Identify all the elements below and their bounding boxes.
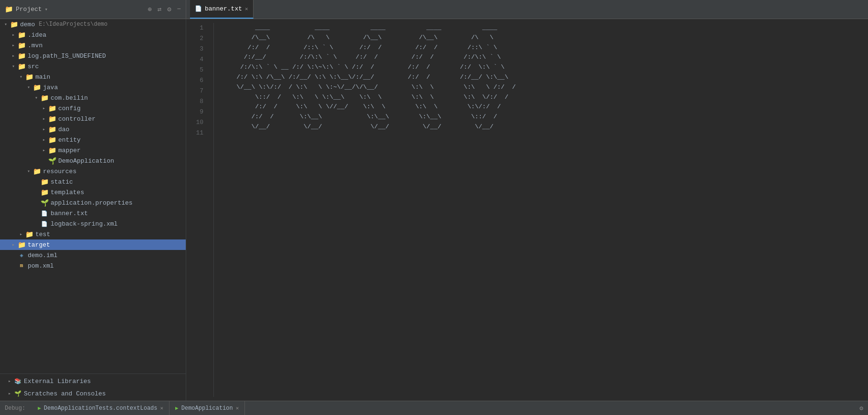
line-numbers: 1 2 3 4 5 6 7 8 9 10 11 <box>186 23 209 397</box>
templates-folder-icon: 📁 <box>40 188 49 196</box>
sidebar-item-main[interactable]: 📁 main <box>0 72 186 82</box>
extlib-label: External Libraries <box>24 378 91 385</box>
debug-tab2-icon: ▶ <box>175 405 179 411</box>
line-num-11: 11 <box>186 128 203 138</box>
pomxml-label: pom.xml <box>28 262 54 270</box>
sidebar-item-demoapplication[interactable]: 🌱 DemoApplication <box>0 156 186 166</box>
test-arrow-icon <box>17 231 25 237</box>
sidebar-item-dao[interactable]: 📁 dao <box>0 124 186 135</box>
sidebar-item-demo-iml[interactable]: ◈ demo.iml <box>0 250 186 260</box>
tree-root[interactable]: 📁 demo E:\IdeaProjects\demo <box>0 19 186 30</box>
sidebar-item-mvn[interactable]: 📁 .mvn <box>0 40 186 51</box>
debug-tab1-close-icon[interactable]: ✕ <box>160 405 163 411</box>
debug-tab1-label: DemoApplicationTests.contextLoads <box>44 405 158 412</box>
sidebar-item-mapper[interactable]: 📁 mapper <box>0 145 186 156</box>
tab-banner-txt[interactable]: 📄 banner.txt ✕ <box>190 0 254 19</box>
config-folder-icon: 📁 <box>48 104 56 112</box>
debug-tab-1[interactable]: ▶ DemoApplicationTests.contextLoads ✕ <box>32 401 169 415</box>
config-label: config <box>58 105 81 112</box>
java-folder-icon: 📁 <box>32 83 41 91</box>
target-folder-icon: 📁 <box>17 241 26 249</box>
scratches-arrow-icon <box>6 391 13 396</box>
log-arrow-icon <box>10 53 17 59</box>
root-folder-icon: 📁 <box>10 21 18 28</box>
sidebar-item-src[interactable]: 📁 src <box>0 61 186 72</box>
resources-label: resources <box>43 168 76 175</box>
sidebar-item-java[interactable]: 📁 java <box>0 82 186 93</box>
combeilin-arrow-icon <box>32 95 40 101</box>
line-num-9: 9 <box>186 107 203 117</box>
line-num-1: 1 <box>186 23 203 33</box>
idea-arrow-icon <box>10 32 17 38</box>
target-label: target <box>28 241 50 249</box>
dao-arrow-icon <box>40 126 48 132</box>
debug-tab-2[interactable]: ▶ DemoApplication ✕ <box>169 401 245 415</box>
idea-folder-icon: 📁 <box>17 31 26 39</box>
sidebar-item-pom-xml[interactable]: m pom.xml <box>0 260 186 271</box>
root-arrow-icon <box>2 21 10 27</box>
sidebar-item-entity[interactable]: 📁 entity <box>0 135 186 145</box>
controller-arrow-icon <box>40 116 48 122</box>
line-num-3: 3 <box>186 44 203 54</box>
sidebar-item-resources[interactable]: 📁 resources <box>0 166 186 176</box>
sidebar-item-combeilin[interactable]: 📁 com.beilin <box>0 93 186 103</box>
debug-tab2-close-icon[interactable]: ✕ <box>236 405 239 411</box>
idea-label: .idea <box>28 31 46 39</box>
line-num-5: 5 <box>186 65 203 75</box>
config-arrow-icon <box>40 105 48 111</box>
src-arrow-icon <box>10 63 17 69</box>
tab-close-icon[interactable]: ✕ <box>245 6 248 12</box>
dao-folder-icon: 📁 <box>48 125 56 133</box>
project-panel-header: 📁 Project ▾ ⊕ ⇄ ⚙ − <box>0 0 186 19</box>
sidebar-item-scratches[interactable]: 🌱 Scratches and Consoles <box>0 387 186 400</box>
tab-label: banner.txt <box>205 5 242 12</box>
sidebar-item-templates[interactable]: 📁 templates <box>0 187 186 197</box>
demoiml-label: demo.iml <box>28 252 57 259</box>
root-path: E:\IdeaProjects\demo <box>39 21 107 28</box>
sidebar-item-test[interactable]: 📁 test <box>0 229 186 239</box>
code-area[interactable]: ____ ____ ____ ____ ____ /\__\ /\ \ /\__… <box>214 23 868 397</box>
dropdown-arrow-icon[interactable]: ▾ <box>45 6 48 12</box>
line-num-2: 2 <box>186 33 203 44</box>
tab-file-icon: 📄 <box>195 5 202 12</box>
settings-icon[interactable]: ⚙ <box>167 5 171 13</box>
sidebar-item-target[interactable]: 📁 target <box>0 239 186 250</box>
minimize-icon[interactable]: − <box>177 5 181 13</box>
logback-icon: 📄 <box>40 220 49 228</box>
src-folder-icon: 📁 <box>17 62 26 70</box>
line-num-6: 6 <box>186 75 203 86</box>
combeilin-label: com.beilin <box>51 94 88 102</box>
java-arrow-icon <box>25 84 32 90</box>
debug-tabs: ▶ DemoApplicationTests.contextLoads ✕ ▶ … <box>32 401 245 415</box>
sidebar-item-static[interactable]: 📁 static <box>0 176 186 187</box>
entity-arrow-icon <box>40 137 48 143</box>
editor-content: 1 2 3 4 5 6 7 8 9 10 11 ____ ____ ____ _… <box>186 19 868 401</box>
sidebar-item-controller[interactable]: 📁 controller <box>0 114 186 124</box>
sync-icon[interactable]: ⇄ <box>158 5 161 13</box>
application-icon: 🌱 <box>40 199 49 207</box>
sidebar-item-idea[interactable]: 📁 .idea <box>0 30 186 40</box>
line-num-8: 8 <box>186 96 203 107</box>
sidebar-item-application-properties[interactable]: 🌱 application.properties <box>0 197 186 208</box>
target-arrow-icon <box>10 242 17 248</box>
controller-folder-icon: 📁 <box>48 115 56 123</box>
main-area: 📁 demo E:\IdeaProjects\demo 📁 .idea 📁 .m… <box>0 19 868 401</box>
root-label: demo <box>20 21 35 28</box>
sidebar-item-banner-txt[interactable]: 📄 banner.txt <box>0 208 186 218</box>
status-gear-icon[interactable]: ⚙ <box>859 405 863 412</box>
sidebar-item-config[interactable]: 📁 config <box>0 103 186 114</box>
logback-label: logback-spring.xml <box>51 220 117 228</box>
sidebar-item-log[interactable]: 📁 log.path_IS_UNDEFINED <box>0 51 186 61</box>
project-icon: 📁 <box>5 5 13 13</box>
globe-icon[interactable]: ⊕ <box>148 5 151 13</box>
demoapplication-label: DemoApplication <box>58 157 114 165</box>
scratches-label: Scratches and Consoles <box>24 390 106 397</box>
log-folder-icon: 📁 <box>17 52 26 60</box>
pomxml-icon: m <box>17 262 26 270</box>
main-folder-icon: 📁 <box>25 73 33 81</box>
mvn-arrow-icon <box>10 42 17 48</box>
line-num-4: 4 <box>186 54 203 65</box>
sidebar-item-external-libraries[interactable]: 📚 External Libraries <box>0 375 186 387</box>
sidebar-item-logback[interactable]: 📄 logback-spring.xml <box>0 218 186 229</box>
mvn-label: .mvn <box>28 42 42 49</box>
